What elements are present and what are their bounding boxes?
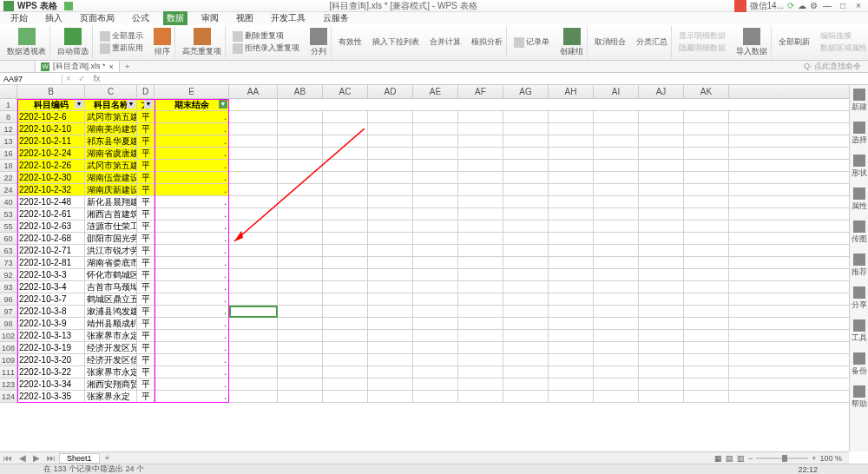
cell-dir[interactable]: 平 bbox=[137, 318, 155, 329]
cell[interactable] bbox=[594, 293, 639, 305]
reject-dup-button[interactable]: 拒绝录入重复项 bbox=[233, 43, 299, 54]
cell[interactable] bbox=[684, 257, 729, 268]
zoom-in-button[interactable]: + bbox=[812, 454, 816, 463]
cell[interactable] bbox=[549, 208, 594, 220]
cell[interactable] bbox=[639, 208, 684, 220]
cell[interactable] bbox=[594, 196, 639, 207]
cell-code[interactable]: 2202-10-3-8 bbox=[17, 306, 85, 317]
cell[interactable] bbox=[639, 111, 684, 122]
ribbon-tab-5[interactable]: 审阅 bbox=[198, 11, 222, 25]
ribbon-tab-4[interactable]: 数据 bbox=[163, 11, 187, 25]
cell[interactable] bbox=[594, 306, 639, 317]
cell-code[interactable]: 2202-10-3-35 bbox=[17, 391, 85, 402]
cell-code[interactable]: 2202-10-2-6 bbox=[17, 111, 85, 122]
cell[interactable] bbox=[278, 184, 323, 195]
cell[interactable] bbox=[278, 172, 323, 183]
split-button[interactable]: 分列 bbox=[306, 26, 332, 58]
cell[interactable] bbox=[368, 221, 413, 232]
row-header[interactable]: 108 bbox=[0, 342, 17, 353]
cell-balance[interactable]: . bbox=[155, 184, 229, 195]
side-panel-item[interactable]: 帮助 bbox=[852, 385, 867, 410]
cell-dir[interactable]: 平 bbox=[137, 306, 155, 317]
cell[interactable] bbox=[458, 281, 503, 293]
cell[interactable] bbox=[503, 342, 549, 353]
cell[interactable] bbox=[323, 366, 368, 378]
cell[interactable] bbox=[229, 269, 278, 280]
row-header[interactable]: 18 bbox=[0, 160, 17, 171]
cell-name[interactable]: 鹤城区鼎立五 bbox=[85, 293, 137, 305]
cell[interactable] bbox=[458, 196, 503, 207]
cell[interactable] bbox=[323, 391, 368, 402]
view-normal-icon[interactable]: ▦ bbox=[714, 454, 722, 463]
cell[interactable] bbox=[594, 318, 639, 329]
cell[interactable] bbox=[278, 391, 323, 402]
cell[interactable] bbox=[229, 221, 278, 232]
cell[interactable] bbox=[503, 379, 549, 390]
cell[interactable] bbox=[413, 318, 458, 329]
cell[interactable] bbox=[639, 245, 684, 256]
cell[interactable] bbox=[413, 306, 458, 317]
cell-code[interactable]: 2202-10-2-48 bbox=[17, 196, 85, 207]
cell[interactable] bbox=[458, 342, 503, 353]
cell-code[interactable]: 2202-10-2-71 bbox=[17, 245, 85, 256]
column-header[interactable]: AE bbox=[413, 85, 458, 98]
cell-balance[interactable]: . bbox=[155, 208, 229, 220]
header-balance[interactable]: 期末结余▼ bbox=[155, 99, 229, 110]
add-sheet-button[interactable]: + bbox=[100, 453, 115, 463]
cell-name[interactable]: 张家界永定 bbox=[85, 391, 137, 402]
cell[interactable] bbox=[229, 172, 278, 183]
cell[interactable] bbox=[229, 293, 278, 305]
cell[interactable] bbox=[458, 318, 503, 329]
cell[interactable] bbox=[549, 269, 594, 280]
cell-balance[interactable]: . bbox=[155, 366, 229, 378]
cell[interactable] bbox=[503, 123, 549, 135]
side-panel-item[interactable]: 分享 bbox=[852, 286, 867, 311]
cell[interactable] bbox=[549, 245, 594, 256]
row-header[interactable]: 111 bbox=[0, 366, 17, 378]
sheet-nav-next[interactable]: ▶ bbox=[30, 453, 43, 463]
column-header[interactable]: AD bbox=[368, 85, 413, 98]
cell[interactable] bbox=[549, 293, 594, 305]
cell[interactable] bbox=[503, 318, 549, 329]
cell-code[interactable]: 2202-10-2-81 bbox=[17, 257, 85, 268]
cell[interactable] bbox=[639, 233, 684, 244]
cell[interactable] bbox=[503, 160, 549, 171]
row-header[interactable]: 12 bbox=[0, 123, 17, 135]
cell[interactable] bbox=[458, 366, 503, 378]
cell[interactable] bbox=[594, 245, 639, 256]
cell[interactable] bbox=[684, 379, 729, 390]
cell[interactable] bbox=[549, 160, 594, 171]
cell[interactable] bbox=[684, 233, 729, 244]
cell[interactable] bbox=[503, 148, 549, 159]
cell[interactable] bbox=[229, 354, 278, 365]
cell[interactable] bbox=[278, 196, 323, 207]
cell[interactable] bbox=[278, 281, 323, 293]
cell-code[interactable]: 2202-10-3-3 bbox=[17, 269, 85, 280]
cell-code[interactable]: 2202-10-3-9 bbox=[17, 318, 85, 329]
cell[interactable] bbox=[368, 281, 413, 293]
row-header[interactable]: 40 bbox=[0, 196, 17, 207]
row-header[interactable]: 109 bbox=[0, 354, 17, 365]
sheet-nav-last[interactable]: ⏭ bbox=[43, 453, 59, 463]
row-header[interactable]: 22 bbox=[0, 172, 17, 183]
cell[interactable] bbox=[594, 111, 639, 122]
cell[interactable] bbox=[323, 330, 368, 341]
cell[interactable] bbox=[684, 391, 729, 402]
cell[interactable] bbox=[458, 184, 503, 195]
new-tab-button[interactable]: + bbox=[125, 62, 130, 71]
cell[interactable] bbox=[458, 245, 503, 256]
cell[interactable] bbox=[323, 281, 368, 293]
cell-dir[interactable]: 平 bbox=[137, 111, 155, 122]
cell-balance[interactable]: . bbox=[155, 391, 229, 402]
cell[interactable] bbox=[684, 245, 729, 256]
cell[interactable] bbox=[323, 269, 368, 280]
cell-balance[interactable]: . bbox=[155, 379, 229, 390]
cell[interactable] bbox=[684, 221, 729, 232]
cell[interactable] bbox=[323, 293, 368, 305]
cell-code[interactable]: 2202-10-3-22 bbox=[17, 366, 85, 378]
cell-code[interactable]: 2202-10-3-19 bbox=[17, 342, 85, 353]
cell[interactable] bbox=[323, 354, 368, 365]
cell-code[interactable]: 2202-10-2-68 bbox=[17, 233, 85, 244]
cell-code[interactable]: 2202-10-2-30 bbox=[17, 172, 85, 183]
cell-name[interactable]: 洪江市锐才劳 bbox=[85, 245, 137, 256]
